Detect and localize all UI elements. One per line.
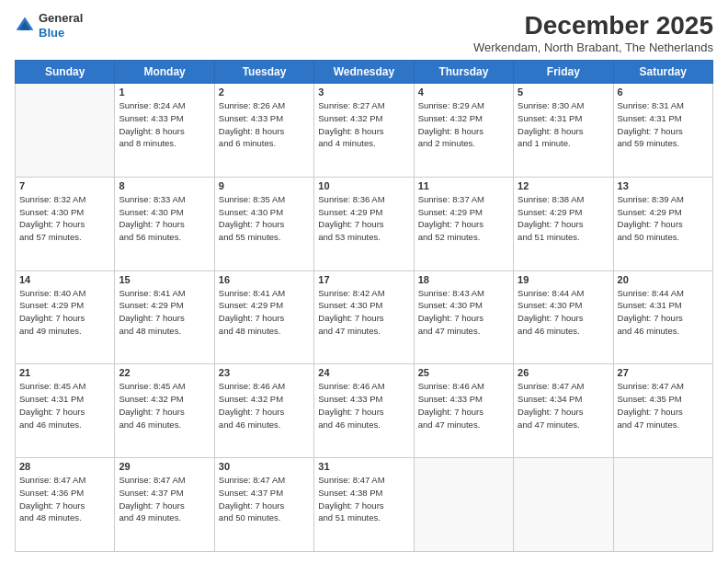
- day-info: Sunrise: 8:27 AMSunset: 4:32 PMDaylight:…: [318, 99, 409, 150]
- day-info: Sunrise: 8:44 AMSunset: 4:31 PMDaylight:…: [618, 287, 709, 338]
- day-number: 13: [618, 180, 709, 191]
- calendar-cell: 22Sunrise: 8:45 AMSunset: 4:32 PMDayligh…: [115, 364, 214, 458]
- calendar-cell: 13Sunrise: 8:39 AMSunset: 4:29 PMDayligh…: [613, 177, 712, 270]
- day-number: 24: [318, 367, 409, 378]
- calendar-week-0: 1Sunrise: 8:24 AMSunset: 4:33 PMDaylight…: [16, 84, 713, 178]
- day-number: 16: [219, 274, 310, 285]
- title-section: December 2025 Werkendam, North Brabant, …: [473, 11, 713, 54]
- calendar-cell: 1Sunrise: 8:24 AMSunset: 4:33 PMDaylight…: [115, 84, 214, 178]
- calendar-cell: 20Sunrise: 8:44 AMSunset: 4:31 PMDayligh…: [613, 270, 712, 364]
- day-info: Sunrise: 8:26 AMSunset: 4:33 PMDaylight:…: [219, 99, 310, 150]
- day-info: Sunrise: 8:35 AMSunset: 4:30 PMDaylight:…: [219, 193, 310, 244]
- day-info: Sunrise: 8:40 AMSunset: 4:29 PMDaylight:…: [19, 287, 110, 338]
- logo: General Blue: [15, 11, 83, 40]
- day-info: Sunrise: 8:30 AMSunset: 4:31 PMDaylight:…: [518, 99, 609, 150]
- day-number: 8: [119, 180, 210, 191]
- logo-blue: Blue: [39, 26, 64, 40]
- header: General Blue December 2025 Werkendam, No…: [15, 11, 713, 54]
- day-number: 14: [19, 274, 110, 285]
- calendar-header-sunday: Sunday: [16, 61, 115, 84]
- day-number: 19: [518, 274, 609, 285]
- calendar-cell: [514, 458, 613, 552]
- day-number: 2: [219, 86, 310, 98]
- calendar-cell: 17Sunrise: 8:42 AMSunset: 4:30 PMDayligh…: [314, 270, 414, 364]
- day-info: Sunrise: 8:47 AMSunset: 4:36 PMDaylight:…: [19, 474, 110, 524]
- day-info: Sunrise: 8:36 AMSunset: 4:29 PMDaylight:…: [318, 193, 409, 244]
- day-info: Sunrise: 8:47 AMSunset: 4:37 PMDaylight:…: [119, 474, 210, 524]
- calendar-week-1: 7Sunrise: 8:32 AMSunset: 4:30 PMDaylight…: [16, 177, 713, 270]
- calendar-cell: 21Sunrise: 8:45 AMSunset: 4:31 PMDayligh…: [16, 364, 115, 458]
- calendar-cell: 27Sunrise: 8:47 AMSunset: 4:35 PMDayligh…: [613, 364, 712, 458]
- calendar-cell: 29Sunrise: 8:47 AMSunset: 4:37 PMDayligh…: [115, 458, 214, 552]
- calendar-header-tuesday: Tuesday: [214, 61, 313, 84]
- day-info: Sunrise: 8:24 AMSunset: 4:33 PMDaylight:…: [119, 99, 210, 150]
- calendar-cell: 3Sunrise: 8:27 AMSunset: 4:32 PMDaylight…: [314, 84, 414, 178]
- calendar-header-row: SundayMondayTuesdayWednesdayThursdayFrid…: [16, 61, 713, 84]
- calendar-cell: 15Sunrise: 8:41 AMSunset: 4:29 PMDayligh…: [115, 270, 214, 364]
- day-number: 26: [518, 367, 609, 378]
- calendar-cell: 7Sunrise: 8:32 AMSunset: 4:30 PMDaylight…: [16, 177, 115, 270]
- day-number: 23: [219, 367, 310, 378]
- calendar-cell: 25Sunrise: 8:46 AMSunset: 4:33 PMDayligh…: [414, 364, 513, 458]
- day-info: Sunrise: 8:45 AMSunset: 4:32 PMDaylight:…: [119, 380, 210, 431]
- day-info: Sunrise: 8:46 AMSunset: 4:32 PMDaylight:…: [219, 380, 310, 431]
- calendar-cell: 12Sunrise: 8:38 AMSunset: 4:29 PMDayligh…: [514, 177, 613, 270]
- day-info: Sunrise: 8:31 AMSunset: 4:31 PMDaylight:…: [618, 99, 709, 150]
- day-info: Sunrise: 8:47 AMSunset: 4:35 PMDaylight:…: [618, 380, 709, 431]
- calendar-cell: 19Sunrise: 8:44 AMSunset: 4:30 PMDayligh…: [514, 270, 613, 364]
- calendar-header-wednesday: Wednesday: [314, 61, 414, 84]
- day-number: 21: [19, 367, 110, 378]
- day-number: 5: [518, 86, 609, 98]
- day-info: Sunrise: 8:41 AMSunset: 4:29 PMDaylight:…: [119, 287, 210, 338]
- calendar-table: SundayMondayTuesdayWednesdayThursdayFrid…: [15, 60, 713, 552]
- day-number: 31: [318, 461, 409, 472]
- day-number: 18: [418, 274, 509, 285]
- day-info: Sunrise: 8:46 AMSunset: 4:33 PMDaylight:…: [318, 380, 409, 431]
- calendar-cell: 5Sunrise: 8:30 AMSunset: 4:31 PMDaylight…: [514, 84, 613, 178]
- day-number: 3: [318, 86, 409, 98]
- calendar-cell: 6Sunrise: 8:31 AMSunset: 4:31 PMDaylight…: [613, 84, 712, 178]
- calendar-cell: 26Sunrise: 8:47 AMSunset: 4:34 PMDayligh…: [514, 364, 613, 458]
- day-info: Sunrise: 8:43 AMSunset: 4:30 PMDaylight:…: [418, 287, 509, 338]
- logo-general: General: [39, 11, 83, 25]
- day-info: Sunrise: 8:46 AMSunset: 4:33 PMDaylight:…: [418, 380, 509, 431]
- day-number: 4: [418, 86, 509, 98]
- day-number: 22: [119, 367, 210, 378]
- calendar-cell: 8Sunrise: 8:33 AMSunset: 4:30 PMDaylight…: [115, 177, 214, 270]
- location: Werkendam, North Brabant, The Netherland…: [473, 40, 713, 54]
- calendar-cell: 9Sunrise: 8:35 AMSunset: 4:30 PMDaylight…: [214, 177, 313, 270]
- day-number: 7: [19, 180, 110, 191]
- day-number: 29: [119, 461, 210, 472]
- day-info: Sunrise: 8:37 AMSunset: 4:29 PMDaylight:…: [418, 193, 509, 244]
- day-number: 9: [219, 180, 310, 191]
- calendar-week-4: 28Sunrise: 8:47 AMSunset: 4:36 PMDayligh…: [16, 458, 713, 552]
- day-number: 28: [19, 461, 110, 472]
- day-number: 11: [418, 180, 509, 191]
- day-number: 17: [318, 274, 409, 285]
- day-info: Sunrise: 8:32 AMSunset: 4:30 PMDaylight:…: [19, 193, 110, 244]
- svg-rect-2: [22, 26, 28, 30]
- day-info: Sunrise: 8:29 AMSunset: 4:32 PMDaylight:…: [418, 99, 509, 150]
- day-info: Sunrise: 8:33 AMSunset: 4:30 PMDaylight:…: [119, 193, 210, 244]
- logo-icon: [15, 16, 35, 36]
- calendar-cell: 16Sunrise: 8:41 AMSunset: 4:29 PMDayligh…: [214, 270, 313, 364]
- calendar-cell: 14Sunrise: 8:40 AMSunset: 4:29 PMDayligh…: [16, 270, 115, 364]
- day-number: 20: [618, 274, 709, 285]
- calendar-cell: [613, 458, 712, 552]
- calendar-cell: 23Sunrise: 8:46 AMSunset: 4:32 PMDayligh…: [214, 364, 313, 458]
- calendar-week-2: 14Sunrise: 8:40 AMSunset: 4:29 PMDayligh…: [16, 270, 713, 364]
- calendar-cell: 2Sunrise: 8:26 AMSunset: 4:33 PMDaylight…: [214, 84, 313, 178]
- calendar-cell: 30Sunrise: 8:47 AMSunset: 4:37 PMDayligh…: [214, 458, 313, 552]
- day-number: 12: [518, 180, 609, 191]
- day-info: Sunrise: 8:47 AMSunset: 4:38 PMDaylight:…: [318, 474, 409, 524]
- day-info: Sunrise: 8:42 AMSunset: 4:30 PMDaylight:…: [318, 287, 409, 338]
- day-info: Sunrise: 8:39 AMSunset: 4:29 PMDaylight:…: [618, 193, 709, 244]
- day-number: 10: [318, 180, 409, 191]
- calendar-header-thursday: Thursday: [414, 61, 513, 84]
- calendar-cell: 28Sunrise: 8:47 AMSunset: 4:36 PMDayligh…: [16, 458, 115, 552]
- day-info: Sunrise: 8:47 AMSunset: 4:37 PMDaylight:…: [219, 474, 310, 524]
- logo-text: General Blue: [39, 11, 83, 40]
- calendar-header-monday: Monday: [115, 61, 214, 84]
- calendar-cell: 10Sunrise: 8:36 AMSunset: 4:29 PMDayligh…: [314, 177, 414, 270]
- day-number: 6: [618, 86, 709, 98]
